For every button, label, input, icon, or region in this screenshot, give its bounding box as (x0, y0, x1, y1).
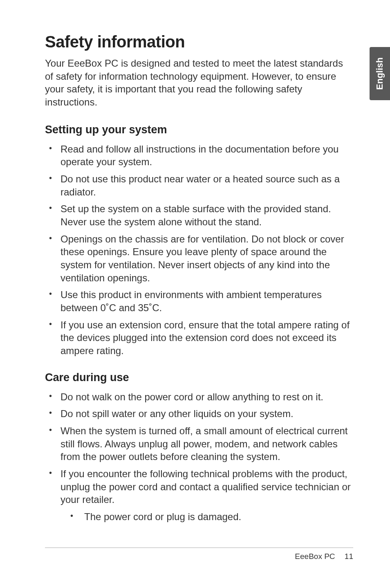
setup-list: Read and follow all instructions in the … (45, 143, 353, 357)
list-item: If you encounter the following technical… (45, 467, 353, 523)
list-item: When the system is turned off, a small a… (45, 424, 353, 463)
list-item: Read and follow all instructions in the … (45, 143, 353, 168)
list-item: Openings on the chassis are for ventilat… (45, 233, 353, 285)
list-item: Do not spill water or any other liquids … (45, 407, 353, 420)
language-tab-label: English (374, 57, 385, 90)
list-item: Do not use this product near water or a … (45, 173, 353, 198)
footer-page-number: 11 (345, 552, 353, 561)
list-item: Use this product in environments with am… (45, 288, 353, 314)
list-item: Set up the system on a stable surface wi… (45, 202, 353, 228)
care-sublist: The power cord or plug is damaged. (61, 510, 353, 523)
list-item: If you use an extension cord, ensure tha… (45, 319, 353, 357)
page-footer: EeeBox PC 11 (45, 548, 353, 561)
page-container: English Safety information Your EeeBox P… (0, 0, 390, 588)
language-tab: English (370, 47, 390, 100)
page-title: Safety information (45, 33, 353, 51)
footer-text: EeeBox PC 11 (45, 552, 353, 561)
care-list: Do not walk on the power cord or allow a… (45, 391, 353, 523)
intro-paragraph: Your EeeBox PC is designed and tested to… (45, 57, 353, 109)
list-item-text: If you encounter the following technical… (61, 468, 351, 505)
section-heading-setup: Setting up your system (45, 123, 353, 136)
section-heading-care: Care during use (45, 371, 353, 384)
list-item: The power cord or plug is damaged. (61, 510, 353, 523)
list-item: Do not walk on the power cord or allow a… (45, 391, 353, 404)
footer-product: EeeBox PC (295, 552, 335, 561)
footer-divider (45, 548, 353, 548)
